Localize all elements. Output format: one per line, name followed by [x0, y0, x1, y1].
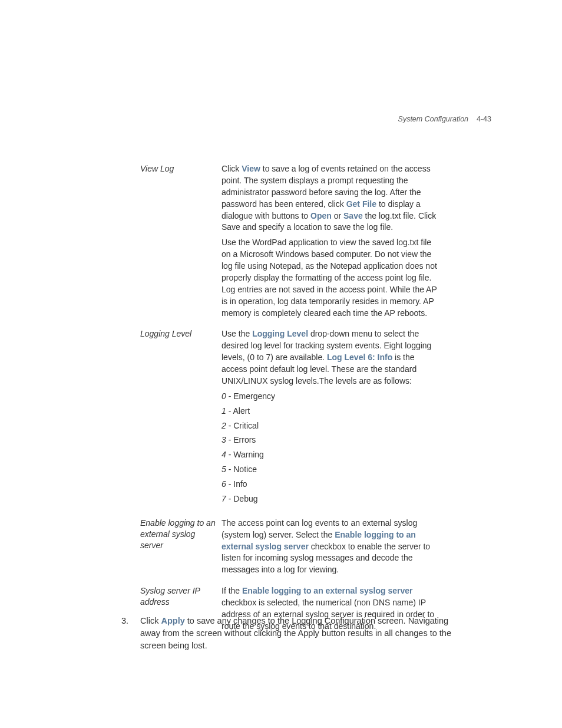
log-level-num: 5: [222, 465, 226, 474]
log-level-label: - Alert: [226, 406, 250, 416]
definitions-table: View Log Click View to save a log of eve…: [140, 163, 441, 642]
header-page-number: 4-43: [471, 115, 491, 123]
log-level-num: 7: [222, 494, 226, 503]
link-apply: Apply: [161, 616, 184, 625]
log-level-num: 3: [222, 435, 226, 444]
log-level-num: 2: [222, 421, 226, 430]
term-syslog-ip: Syslog server IP address: [140, 585, 222, 608]
desc-logging-level: Use the Logging Level drop-down menu to …: [222, 328, 441, 508]
row-logging-level: Logging Level Use the Logging Level drop…: [140, 328, 441, 508]
desc-enable-logging: The access point can log events to an ex…: [222, 518, 441, 576]
log-level-label: - Notice: [226, 465, 257, 474]
log-level-label: - Debug: [226, 494, 258, 503]
desc-view-log-p2: Use the WordPad application to view the …: [222, 237, 441, 319]
log-levels-list: 0 - Emergency1 - Alert2 - Critical3 - Er…: [222, 391, 441, 505]
term-logging-level: Logging Level: [140, 328, 222, 340]
log-level-item: 0 - Emergency: [222, 391, 441, 403]
log-level-item: 6 - Info: [222, 479, 441, 490]
link-log-level-6: Log Level 6: Info: [327, 353, 392, 362]
link-logging-level: Logging Level: [252, 329, 308, 338]
row-view-log: View Log Click View to save a log of eve…: [140, 163, 441, 319]
log-level-item: 1 - Alert: [222, 406, 441, 417]
log-level-num: 4: [222, 450, 226, 459]
log-level-num: 6: [222, 479, 226, 489]
log-level-item: 3 - Errors: [222, 434, 441, 446]
log-level-label: - Errors: [226, 435, 256, 444]
step-3-body: Click Apply to save any changes to the L…: [140, 615, 470, 652]
term-view-log: View Log: [140, 163, 222, 174]
link-enable-logging-2: Enable logging to an external syslog ser…: [242, 586, 412, 595]
log-level-label: - Critical: [226, 421, 259, 430]
log-level-label: - Emergency: [226, 391, 275, 401]
log-level-item: 5 - Notice: [222, 464, 441, 476]
link-view: View: [242, 164, 260, 173]
log-level-label: - Info: [226, 479, 247, 489]
log-level-label: - Warning: [226, 450, 264, 459]
log-level-item: 4 - Warning: [222, 449, 441, 461]
step-3-num: 3.: [121, 615, 138, 627]
link-open: Open: [310, 211, 332, 220]
link-save: Save: [343, 211, 363, 220]
log-level-item: 7 - Debug: [222, 493, 441, 505]
row-enable-logging: Enable logging to an external syslog ser…: [140, 518, 441, 576]
link-get-file: Get File: [346, 199, 376, 209]
log-level-item: 2 - Critical: [222, 420, 441, 432]
step-3: 3. Click Apply to save any changes to th…: [121, 615, 475, 652]
term-enable-logging: Enable logging to an external syslog ser…: [140, 518, 222, 551]
header-section-title: System Configuration: [398, 115, 469, 123]
page-header: System Configuration 4-43: [398, 115, 491, 123]
desc-view-log: Click View to save a log of events retai…: [222, 163, 441, 319]
log-level-num: 1: [222, 406, 226, 416]
log-level-num: 0: [222, 391, 226, 401]
